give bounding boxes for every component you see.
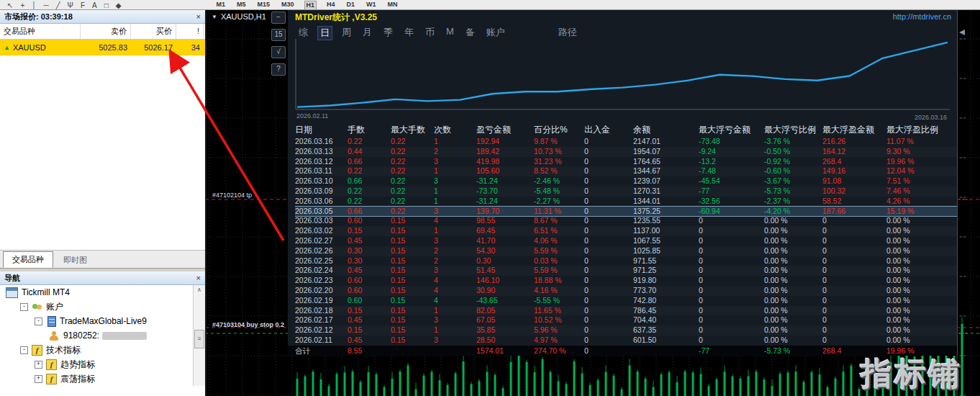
cell-max_fp: 0 (822, 336, 886, 346)
cell-max_fl: 0 (699, 226, 764, 236)
table-row[interactable]: 2026.03.100.660.223-31.24-2.46 %01239.07… (295, 176, 957, 186)
table-row[interactable]: 2026.03.160.220.221192.949.87 %02147.01-… (295, 137, 957, 147)
panel-tab-3[interactable]: 月 (360, 26, 374, 40)
col-ask[interactable]: 买价 (131, 24, 176, 39)
navigator-scrollbar[interactable]: ∧ ≡ (193, 285, 205, 386)
table-row[interactable]: 2026.02.250.300.1520.300.03 %0971.5500.0… (295, 256, 957, 266)
scrollbar-grip[interactable]: ≡ (194, 330, 204, 348)
timeframe-m1[interactable]: M1 (215, 1, 227, 9)
cell-balance: 704.40 (633, 315, 699, 325)
table-row[interactable]: 2026.02.260.300.15254.305.59 %01025.8500… (295, 246, 957, 256)
col-symbol[interactable]: 交易品种 (0, 24, 81, 39)
timeframe-h4[interactable]: H4 (325, 1, 337, 9)
timeframe-mn[interactable]: MN (386, 1, 399, 9)
panel-tab-1[interactable]: 日 (317, 26, 332, 40)
toolbar-tool-3[interactable]: ─ (43, 1, 48, 9)
table-row[interactable]: 2026.03.120.660.223419.9831.23 %01764.65… (295, 157, 957, 167)
table-row[interactable]: 2026.02.240.450.15351.455.59 %0971.2500.… (295, 266, 957, 276)
cell-max_lots: 0.15 (391, 236, 434, 246)
market-watch-tab-0[interactable]: 交易品种 (3, 251, 53, 268)
table-row[interactable]: 2026.03.130.440.222189.4210.73 %01954.07… (295, 147, 957, 157)
panel-tab-0[interactable]: 综 (296, 26, 310, 40)
cell-times: 4 (434, 296, 476, 306)
table-row[interactable]: 2026.02.200.600.15430.904.16 %0773.7000.… (295, 286, 957, 296)
table-row[interactable]: 2026.02.180.150.15182.0511.65 %0786.4500… (295, 306, 957, 316)
tree-expander-icon[interactable]: - (20, 346, 28, 354)
cell-max_fl_pct: -3.76 % (764, 137, 822, 147)
toolbar-tool-6[interactable]: F (81, 1, 85, 9)
panel-tab-2[interactable]: 周 (340, 26, 353, 40)
col-spread[interactable]: ! (176, 24, 204, 39)
panel-tab-5[interactable]: 年 (402, 26, 416, 40)
navigator-item-3[interactable]: 9180252: (0, 328, 205, 343)
toolbar-tool-4[interactable]: ╱ (56, 1, 60, 9)
tree-expander-icon[interactable]: - (20, 303, 28, 311)
timeframe-d1[interactable]: D1 (345, 1, 357, 9)
toolbar-tool-7[interactable]: A (92, 1, 97, 9)
market-watch-header: 交易品种 卖价 买价 ! (0, 24, 205, 40)
table-row[interactable]: 2026.03.090.220.221-73.70-5.48 %01270.31… (295, 186, 957, 197)
scroll-up-arrow[interactable]: ∧ (194, 285, 205, 295)
panel-tab-8[interactable]: 备 (463, 26, 477, 40)
stats-button[interactable]: 15 (271, 29, 286, 41)
toolbar-tool-9[interactable]: ◆ (116, 1, 122, 9)
toolbar-tool-0[interactable]: ↖ (7, 1, 13, 9)
tree-expander-icon[interactable]: + (35, 375, 42, 383)
timeframe-h1[interactable]: H1 (304, 1, 317, 9)
cell-lots: 0.22 (348, 186, 391, 197)
toolbar-tool-1[interactable]: + (20, 1, 24, 9)
cell-max_fp_pct: 15.19 % (886, 207, 957, 217)
close-icon[interactable]: × (196, 271, 201, 284)
navigator-item-0[interactable]: Tickmill MT4 (0, 285, 205, 300)
navigator-item-1[interactable]: -账户 (0, 300, 205, 314)
panel-link[interactable]: http://mtdriver.cn (893, 12, 951, 21)
timeframe-w1[interactable]: W1 (365, 1, 378, 9)
table-row[interactable]: 2026.02.190.600.154-43.65-5.55 %0742.800… (295, 296, 957, 306)
timeframe-m15[interactable]: M15 (256, 1, 272, 9)
navigator-titlebar: 导航 × (0, 271, 205, 285)
table-row[interactable]: 2026.03.050.660.223139.7011.31 %01375.25… (295, 207, 957, 217)
tree-expander-icon[interactable]: + (35, 361, 42, 369)
table-row[interactable]: 2026.03.110.220.221105.608.52 %01344.67-… (295, 166, 957, 176)
cell-date: 2026.03.05 (295, 207, 348, 217)
help-button[interactable]: ? (271, 63, 286, 76)
cell-pl: 105.60 (476, 166, 534, 176)
navigator-item-2[interactable]: -TradeMaxGlobal-Live9 (0, 314, 205, 328)
table-row[interactable]: 2026.02.110.450.15328.504.97 %0601.5000.… (295, 336, 957, 346)
chart-symbol-label: ▼ XAUUSD,H1 (212, 12, 266, 21)
check-button[interactable]: √ (271, 46, 286, 58)
table-row[interactable]: 2026.02.270.450.15341.704.06 %01067.5500… (295, 236, 957, 246)
toolbar-tool-8[interactable]: □ (104, 1, 109, 9)
stats-header-max_fp_pct: 最大浮盈比例 (886, 124, 957, 136)
close-icon[interactable]: × (196, 10, 201, 23)
cell-max_fl_pct: 0.00 % (764, 296, 822, 306)
timeframe-m5[interactable]: M5 (235, 1, 248, 9)
toolbar-tool-2[interactable]: │ (32, 1, 36, 9)
timeframe-m30[interactable]: M30 (280, 1, 296, 9)
toolbar-tool-5[interactable]: Ψ (68, 1, 73, 9)
cell-pct: 18.88 % (534, 276, 584, 286)
market-watch-tab-1[interactable]: 即时图 (55, 253, 96, 268)
tree-expander-icon[interactable]: - (35, 318, 42, 325)
collapse-button[interactable]: − (271, 12, 286, 24)
table-row[interactable]: 2026.02.230.600.154146.1018.88 %0919.800… (295, 276, 957, 286)
table-row[interactable]: 2026.03.020.150.15169.456.51 %01137.0000… (295, 226, 957, 236)
navigator-item-5[interactable]: +f趋势指标 (0, 357, 205, 372)
table-row[interactable]: 2026.03.060.220.221-31.24-2.27 %01344.01… (295, 197, 957, 207)
table-row[interactable]: 2026.02.170.450.15367.0510.52 %0704.4000… (295, 315, 957, 325)
panel-tab-6[interactable]: 币 (423, 26, 437, 40)
cell-balance: 1239.07 (633, 176, 699, 186)
navigator-item-label: TradeMaxGlobal-Live9 (60, 316, 147, 326)
cell-max_fp: 0 (822, 226, 886, 236)
table-row[interactable]: 2026.02.120.150.15135.855.96 %0637.3500.… (295, 325, 957, 336)
table-row[interactable]: 2026.03.030.600.15498.558.67 %01235.5500… (295, 216, 957, 226)
col-bid[interactable]: 卖价 (81, 24, 131, 39)
navigator-item-6[interactable]: +f震荡指标 (0, 372, 205, 386)
panel-tab-7[interactable]: M (444, 26, 456, 40)
panel-tab-9[interactable]: 账户 (484, 26, 507, 40)
panel-tab-10[interactable]: 路径 (556, 26, 579, 40)
panel-tab-4[interactable]: 季 (381, 26, 395, 40)
navigator-item-4[interactable]: -f技术指标 (0, 343, 205, 357)
cell-times: 2 (434, 246, 476, 256)
market-watch-row-xauusd[interactable]: ▲ XAUUSD 5025.83 5026.17 34 (0, 40, 205, 55)
